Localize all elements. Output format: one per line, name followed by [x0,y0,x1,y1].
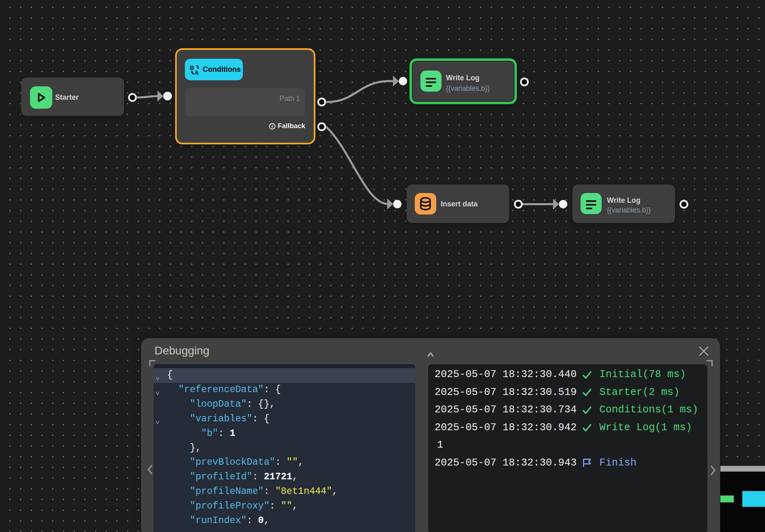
svg-text:B: B [190,64,194,71]
svg-text:A: A [194,69,199,75]
